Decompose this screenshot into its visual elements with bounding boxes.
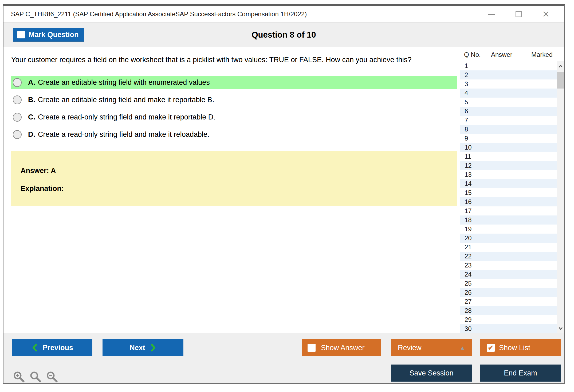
show-answer-label: Show Answer — [321, 344, 365, 352]
question-list-row[interactable]: 18 — [460, 215, 557, 225]
row-question-number: 3 — [460, 80, 484, 88]
row-question-number: 19 — [460, 225, 484, 233]
row-question-number: 15 — [460, 189, 484, 197]
question-list-row[interactable]: 8 — [460, 125, 557, 134]
question-list-row[interactable]: 13 — [460, 170, 557, 179]
zoom-in-icon[interactable] — [13, 371, 25, 383]
previous-button[interactable]: Previous — [12, 339, 92, 356]
question-list-row[interactable]: 7 — [460, 116, 557, 125]
row-question-number: 25 — [460, 280, 484, 287]
question-list-row[interactable]: 21 — [460, 243, 557, 252]
end-exam-button[interactable]: End Exam — [480, 365, 561, 382]
question-list-row[interactable]: 28 — [460, 306, 557, 315]
row-question-number: 14 — [460, 180, 484, 187]
next-button[interactable]: Next — [103, 339, 183, 356]
question-list-row[interactable]: 22 — [460, 252, 557, 261]
minimize-button[interactable] — [486, 9, 497, 19]
question-list-row[interactable]: 12 — [460, 161, 557, 170]
save-session-label: Save Session — [409, 369, 453, 377]
row-question-number: 23 — [460, 262, 484, 269]
question-list-row[interactable]: 1 — [460, 61, 557, 70]
question-list-row[interactable]: 20 — [460, 234, 557, 243]
question-list-row[interactable]: 26 — [460, 288, 557, 297]
scroll-up-arrow[interactable] — [557, 61, 564, 71]
row-question-number: 4 — [460, 89, 484, 97]
end-exam-label: End Exam — [504, 369, 537, 377]
question-list-row[interactable]: 9 — [460, 134, 557, 143]
question-list-row[interactable]: 30 — [460, 324, 557, 333]
footer-band: Previous Next Show Answer Review ▲ ✔ Sho… — [3, 333, 564, 383]
maximize-button[interactable] — [513, 9, 524, 19]
magnifier-icon[interactable] — [29, 371, 42, 383]
answer-option[interactable]: D. Create a read-only string field and m… — [11, 128, 457, 141]
scroll-down-arrow[interactable] — [557, 323, 564, 333]
main-row: Your customer requires a field on the wo… — [3, 47, 564, 333]
close-button[interactable]: ✕ — [541, 9, 551, 19]
radio-button-icon[interactable] — [13, 95, 22, 104]
question-list-row[interactable]: 3 — [460, 79, 557, 89]
show-list-button[interactable]: ✔ Show List — [480, 339, 561, 356]
title-bar: SAP C_THR86_2211 (SAP Certified Applicat… — [3, 6, 564, 22]
review-label: Review — [398, 344, 422, 352]
radio-button-icon[interactable] — [13, 130, 22, 139]
question-list-row[interactable]: 4 — [460, 89, 557, 98]
option-letter: A. — [28, 78, 35, 87]
question-list-row[interactable]: 15 — [460, 188, 557, 197]
column-header-marked: Marked — [531, 51, 553, 58]
scrollbar-thumb[interactable] — [557, 72, 564, 89]
next-label: Next — [129, 344, 145, 352]
answer-label: Answer: A — [21, 167, 457, 175]
question-list-rows: 1 2 3 4 5 6 7 8 9 10 11 — [460, 61, 557, 333]
question-counter: Question 8 of 10 — [3, 23, 564, 47]
row-question-number: 30 — [460, 325, 484, 333]
question-list-row[interactable]: 24 — [460, 270, 557, 279]
window-title: SAP C_THR86_2211 (SAP Certified Applicat… — [11, 10, 307, 18]
question-list-row[interactable]: 2 — [460, 70, 557, 79]
question-list-row[interactable]: 6 — [460, 107, 557, 116]
zoom-out-icon[interactable] — [46, 371, 58, 383]
radio-button-icon[interactable] — [13, 78, 22, 87]
chevron-up-icon — [559, 65, 563, 68]
option-letter: B. — [28, 96, 35, 104]
question-list-row[interactable]: 19 — [460, 225, 557, 234]
show-answer-checkbox[interactable] — [308, 344, 316, 352]
window-controls: ✕ — [486, 9, 556, 19]
question-list-scrollbar[interactable] — [557, 61, 564, 333]
row-question-number: 10 — [460, 144, 484, 151]
question-list-row[interactable]: 14 — [460, 179, 557, 188]
row-question-number: 22 — [460, 253, 484, 260]
row-question-number: 11 — [460, 153, 484, 160]
question-list-body: 1 2 3 4 5 6 7 8 9 10 11 — [460, 61, 564, 333]
question-list-row[interactable]: 25 — [460, 279, 557, 288]
row-question-number: 17 — [460, 207, 484, 215]
question-list-row[interactable]: 17 — [460, 206, 557, 215]
question-list-row[interactable]: 5 — [460, 98, 557, 107]
row-question-number: 1 — [460, 62, 484, 70]
question-list-row[interactable]: 29 — [460, 315, 557, 324]
answer-option[interactable]: A. Create an editable string field with … — [11, 76, 457, 89]
question-list-row[interactable]: 16 — [460, 197, 557, 206]
review-button[interactable]: Review ▲ — [391, 339, 472, 356]
header-band: Mark Question Question 8 of 10 — [3, 22, 564, 47]
question-list-row[interactable]: 23 — [460, 261, 557, 270]
question-list-row[interactable]: 10 — [460, 143, 557, 152]
explanation-label: Explanation: — [21, 185, 457, 193]
row-question-number: 27 — [460, 298, 484, 305]
row-question-number: 24 — [460, 271, 484, 278]
question-text: Your customer requires a field on the wo… — [11, 55, 460, 64]
minimize-icon — [488, 14, 495, 15]
radio-button-icon[interactable] — [13, 113, 22, 122]
show-answer-button[interactable]: Show Answer — [302, 339, 381, 356]
show-list-checkbox[interactable]: ✔ — [487, 344, 495, 352]
save-session-button[interactable]: Save Session — [391, 365, 472, 382]
answer-option[interactable]: B. Create an editable string field and m… — [11, 93, 457, 106]
column-header-answer: Answer — [491, 51, 512, 58]
answer-option[interactable]: C. Create a read-only string field and m… — [11, 111, 457, 124]
show-list-label: Show List — [499, 344, 530, 352]
question-list-row[interactable]: 27 — [460, 297, 557, 306]
option-text: Create a read-only string field and make… — [38, 113, 215, 121]
column-header-qno: Q No. — [464, 51, 481, 58]
screen: SAP C_THR86_2211 (SAP Certified Applicat… — [0, 0, 574, 392]
question-list-row[interactable]: 11 — [460, 152, 557, 161]
option-letter: C. — [28, 113, 35, 121]
